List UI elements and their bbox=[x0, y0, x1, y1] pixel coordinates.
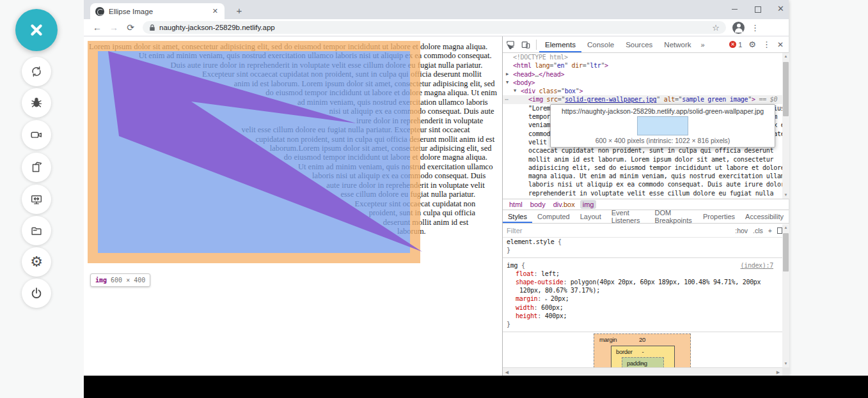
address-bar[interactable]: naughty-jackson-25829b.netlify.app ☆ bbox=[143, 21, 726, 34]
back-icon[interactable]: ← bbox=[89, 22, 106, 33]
styles-tab-properties[interactable]: Properties bbox=[698, 210, 740, 223]
bug-report-button[interactable] bbox=[22, 88, 51, 118]
scroll-down-icon[interactable]: ▼ bbox=[782, 192, 789, 199]
profile-avatar[interactable] bbox=[732, 22, 745, 34]
box-model-border[interactable]: border - padding - bbox=[611, 346, 675, 367]
scroll-up-icon[interactable]: ▲ bbox=[782, 224, 789, 231]
bookmark-star-icon[interactable]: ☆ bbox=[712, 23, 720, 33]
scroll-up-icon[interactable]: ▲ bbox=[782, 53, 789, 60]
styles-tab-computed[interactable]: Computed bbox=[532, 210, 575, 223]
minimize-icon[interactable] bbox=[731, 5, 739, 13]
element-size-tooltip: img 600 × 400 bbox=[90, 273, 150, 287]
dom-tree-line[interactable]: ⋯<img src="solid-green-wallpaper.jpg" al… bbox=[503, 95, 782, 103]
devtools-tab-sources[interactable]: Sources bbox=[620, 36, 658, 52]
forward-icon[interactable]: → bbox=[106, 22, 122, 33]
dom-tree-line[interactable]: ▼<div class="box"> bbox=[503, 87, 782, 95]
devtools-close-icon[interactable]: ✕ bbox=[777, 40, 784, 49]
styles-tab-layout[interactable]: Layout bbox=[575, 210, 606, 223]
styles-horizontal-scrollbar[interactable]: ◀ ▶ bbox=[503, 367, 782, 376]
devtools-toolbar-right: ✕ 1 ⚙ ⋮ ✕ bbox=[729, 40, 789, 49]
tab-close-icon[interactable]: ✕ bbox=[211, 7, 219, 15]
style-declaration[interactable]: width: 600px; bbox=[503, 303, 782, 312]
toggle-classes[interactable]: .cls bbox=[753, 227, 763, 234]
devtools-tab-network[interactable]: Network bbox=[658, 36, 697, 52]
browser-tab[interactable]: Ellipse Image ✕ bbox=[90, 3, 225, 19]
breadcrumb-html[interactable]: html bbox=[507, 200, 525, 209]
dom-tree-line[interactable]: laboris nisi ut aliquip ex ea commodo co… bbox=[503, 180, 782, 188]
expand-arrow-icon[interactable]: ▶ bbox=[506, 70, 509, 79]
more-tabs-icon[interactable]: » bbox=[697, 41, 709, 49]
window-close-icon[interactable]: ✕ bbox=[777, 5, 785, 13]
border-top-value[interactable]: - bbox=[612, 348, 674, 355]
more-actions-icon[interactable]: ⋯ bbox=[505, 95, 508, 103]
new-style-rule-icon[interactable]: + bbox=[768, 227, 772, 234]
style-declaration[interactable]: shape-outside: polygon(40px 20px, 60px 1… bbox=[503, 278, 782, 295]
error-badge[interactable]: ✕ 1 bbox=[729, 41, 742, 49]
stylesheet-source-link[interactable]: (index):7 bbox=[741, 261, 774, 270]
tab-favicon-icon bbox=[95, 7, 104, 16]
browser-menu-icon[interactable]: ⋮ bbox=[751, 23, 759, 33]
style-declaration[interactable]: } bbox=[503, 246, 782, 254]
image-dimensions: 600 × 400 pixels (intrinsic: 1022 × 816 … bbox=[596, 137, 730, 144]
box-model-padding[interactable]: padding - bbox=[622, 357, 664, 367]
maximize-icon[interactable] bbox=[754, 5, 762, 13]
styles-tab-event-listeners[interactable]: Event Listeners bbox=[606, 210, 650, 223]
screen-record-button[interactable] bbox=[22, 120, 51, 149]
elements-scrollbar[interactable]: ▲ ▼ bbox=[782, 53, 789, 199]
copy-pages-button[interactable] bbox=[22, 153, 51, 182]
styles-scrollbar[interactable]: ▲ ▼ bbox=[782, 224, 789, 367]
breadcrumb-div[interactable]: div.box bbox=[551, 200, 578, 209]
scrollbar-thumb[interactable] bbox=[783, 233, 789, 272]
close-overlay-button[interactable] bbox=[15, 9, 58, 51]
styles-tab-dom-breakpoints[interactable]: DOM Breakpoints bbox=[650, 210, 698, 223]
dom-tree-line[interactable]: adipisicing elit, sed do eiusmod tempor … bbox=[503, 164, 782, 172]
filter-input[interactable]: Filter bbox=[507, 227, 730, 234]
reload-icon[interactable]: ⟳ bbox=[122, 22, 139, 33]
dom-tree-line[interactable]: <!DOCTYPE html> bbox=[503, 53, 782, 61]
dom-tree-line[interactable]: magna aliqua. Ut enim ad minim veniam, q… bbox=[503, 172, 782, 180]
settings-button[interactable]: ⚙ bbox=[22, 247, 51, 277]
style-declaration[interactable]: margin: ▸ 20px; bbox=[503, 295, 782, 303]
folder-button[interactable] bbox=[22, 216, 51, 245]
styles-pane: element.style {}img {(index):7float: lef… bbox=[503, 238, 782, 367]
styles-tab-accessibility[interactable]: Accessibility bbox=[740, 210, 789, 223]
dom-tree-line[interactable]: reprehenderit in voluptate velit esse ci… bbox=[503, 189, 782, 197]
devtools-tab-console[interactable]: Console bbox=[581, 36, 620, 52]
dom-tree-line[interactable]: ▶<head>…</head> bbox=[503, 70, 782, 79]
style-declaration[interactable]: } bbox=[503, 320, 782, 328]
sync-icon bbox=[29, 65, 43, 79]
devtools-settings-icon[interactable]: ⚙ bbox=[748, 40, 756, 49]
error-icon: ✕ bbox=[729, 41, 736, 48]
breadcrumb-img[interactable]: img bbox=[580, 200, 597, 209]
padding-top-value[interactable]: - bbox=[622, 360, 663, 367]
box-model-diagram: margin 20 border - padding - bbox=[594, 333, 691, 367]
inspect-element-icon[interactable] bbox=[503, 40, 518, 49]
screen-resize-button[interactable] bbox=[22, 185, 51, 214]
devtools-tab-elements[interactable]: Elements bbox=[539, 36, 581, 52]
margin-top-value[interactable]: 20 bbox=[594, 336, 690, 343]
dom-tree-line[interactable]: <html lang="en" dir="ltr"> bbox=[503, 61, 782, 70]
style-declaration[interactable]: img {(index):7 bbox=[503, 261, 782, 270]
devtools-panel: ElementsConsoleSourcesNetwork » ✕ 1 ⚙ ⋮ … bbox=[502, 36, 789, 376]
style-declaration[interactable]: element.style { bbox=[503, 238, 782, 246]
toggle-hover-state[interactable]: :hov bbox=[735, 227, 748, 234]
dom-tree-line[interactable]: occaecat cupidatat non proident, sunt in… bbox=[503, 146, 782, 155]
style-declaration[interactable]: float: left; bbox=[503, 270, 782, 278]
devtools-menu-icon[interactable]: ⋮ bbox=[762, 40, 771, 49]
scrollbar-thumb[interactable] bbox=[783, 62, 789, 116]
expand-arrow-icon[interactable]: ▼ bbox=[506, 79, 509, 87]
devtools-tabs: ElementsConsoleSourcesNetwork bbox=[539, 36, 697, 52]
style-declaration[interactable]: height: 400px; bbox=[503, 312, 782, 320]
power-button[interactable] bbox=[22, 279, 51, 308]
box-model-margin[interactable]: margin 20 border - padding - bbox=[594, 333, 691, 367]
breadcrumb-body[interactable]: body bbox=[528, 200, 548, 209]
sync-button[interactable] bbox=[22, 57, 51, 86]
dom-tree-line[interactable]: ▼<body> bbox=[503, 79, 782, 87]
device-toolbar-icon[interactable] bbox=[518, 40, 533, 49]
lock-icon bbox=[149, 24, 155, 31]
expand-arrow-icon[interactable]: ▼ bbox=[514, 87, 516, 95]
dom-tree-line[interactable]: mollit anim id est laborum. Lorem ipsum … bbox=[503, 155, 782, 164]
scroll-down-icon[interactable]: ▼ bbox=[782, 360, 789, 367]
new-tab-button[interactable]: + bbox=[232, 4, 246, 19]
styles-tab-styles[interactable]: Styles bbox=[503, 210, 532, 223]
